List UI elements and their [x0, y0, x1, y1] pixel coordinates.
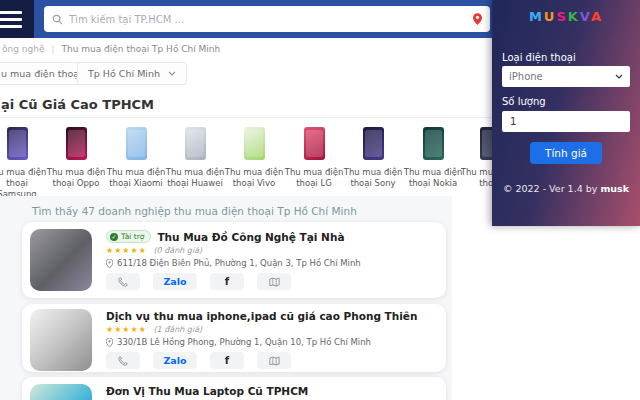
map-icon — [269, 356, 280, 366]
hamburger-icon — [0, 11, 22, 14]
extension-logo: MUSKVA — [492, 9, 640, 24]
category-sony[interactable]: Thu mua điện thoại Sony — [343, 127, 403, 189]
category-xiaomi[interactable]: Thu mua điện thoại Xiaomi — [106, 127, 166, 189]
review-count: (1 đánh giá) — [153, 325, 202, 334]
star-rating: ★★★★★ — [106, 325, 147, 334]
extension-footer: © 2022 - Ver 1.4 by musk — [492, 183, 640, 194]
location-pin-icon[interactable] — [473, 13, 482, 25]
quantity-label: Số lượng — [502, 96, 546, 107]
phone-call-button[interactable] — [106, 273, 140, 290]
search-bar — [44, 6, 490, 32]
breadcrumb-current[interactable]: Thu mua điện thoại Tp Hồ Chí Minh — [62, 44, 221, 54]
phone-image — [363, 127, 384, 160]
phone-image — [244, 127, 265, 160]
sponsored-badge: ✓Tài trợ — [106, 230, 151, 243]
screen: ông nghệ|Thu mua điện thoại Tp Hồ Chí Mi… — [0, 0, 640, 400]
listing-card[interactable]: Đơn Vị Thu Mua Laptop Cũ TPHCM ★★★★★ (0 … — [22, 377, 446, 400]
zalo-button[interactable]: Zalo — [153, 352, 197, 369]
phone-image — [423, 127, 444, 160]
map-button[interactable] — [257, 352, 291, 369]
search-icon — [52, 14, 63, 25]
zalo-button[interactable]: Zalo — [153, 273, 197, 290]
category-oppo[interactable]: Thu mua điện thoại Oppo — [46, 127, 106, 189]
check-icon: ✓ — [110, 233, 118, 241]
star-rating: ★★★★★ — [106, 246, 147, 255]
brand-link[interactable]: musk — [600, 183, 629, 194]
phone-call-button[interactable] — [106, 352, 140, 369]
map-pin-icon — [106, 259, 113, 268]
review-count: (0 đánh giá) — [153, 246, 202, 255]
facebook-button[interactable]: f — [210, 352, 244, 369]
breadcrumb-category[interactable]: ông nghệ — [2, 44, 44, 54]
facebook-button[interactable]: f — [210, 273, 244, 290]
phone-image — [304, 127, 325, 160]
category-samsung[interactable]: Thu mua điện thoại Samsung — [0, 127, 47, 200]
phone-icon — [118, 356, 128, 366]
search-input[interactable] — [69, 14, 467, 25]
phone-image — [66, 127, 87, 160]
map-pin-icon — [106, 338, 113, 347]
listing-address: 330/1B Lê Hồng Phong, Phường 1, Quận 10,… — [117, 337, 371, 347]
listing-title[interactable]: Thu Mua Đồ Công Nghệ Tại Nhà — [157, 231, 344, 243]
results-count: Tìm thấy 47 doanh nghiệp thu mua điện th… — [32, 205, 357, 217]
page-title: ại Cũ Giá Cao TPHCM — [1, 97, 154, 112]
chevron-down-icon — [615, 74, 623, 79]
filter-city-dropdown[interactable]: Tp Hồ Chí Minh — [77, 62, 187, 85]
phone-type-label: Loại điện thoại — [502, 52, 576, 63]
phone-image — [126, 127, 147, 160]
category-lg[interactable]: Thu mua điện thoại LG — [284, 127, 344, 189]
listing-address: 611/18 Điện Biên Phủ, Phường 1, Quận 3, … — [117, 258, 361, 268]
listing-card[interactable]: ✓Tài trợ Thu Mua Đồ Công Nghệ Tại Nhà ★★… — [22, 222, 446, 298]
breadcrumb: ông nghệ|Thu mua điện thoại Tp Hồ Chí Mi… — [2, 44, 220, 54]
listing-photo[interactable] — [30, 229, 92, 291]
category-huawei[interactable]: Thu mua điện thoại Huawei — [165, 127, 225, 189]
quantity-input[interactable] — [502, 111, 630, 132]
calculate-price-button[interactable]: Tính giá — [530, 142, 602, 164]
listing-photo[interactable] — [30, 309, 92, 371]
listing-card[interactable]: Dịch vụ thu mua iphone,ipad cũ giá cao P… — [22, 304, 446, 372]
phone-image — [7, 127, 28, 160]
map-icon — [269, 277, 280, 287]
listing-title[interactable]: Đơn Vị Thu Mua Laptop Cũ TPHCM — [106, 385, 308, 397]
phone-type-select[interactable]: iPhone — [502, 66, 630, 87]
divider — [0, 117, 492, 118]
listing-title[interactable]: Dịch vụ thu mua iphone,ipad cũ giá cao P… — [106, 310, 417, 322]
category-nokia[interactable]: Thu mua điện thoại Nokia — [403, 127, 463, 189]
listing-photo[interactable] — [30, 384, 92, 400]
extension-popup: MUSKVA Loại điện thoại iPhone Số lượng T… — [492, 0, 640, 226]
phone-image — [185, 127, 206, 160]
map-button[interactable] — [257, 273, 291, 290]
category-vivo[interactable]: Thu mua điện thoại Vivo — [224, 127, 284, 189]
chevron-down-icon — [168, 71, 176, 76]
hamburger-menu-button[interactable] — [0, 0, 34, 38]
phone-icon — [118, 277, 128, 287]
